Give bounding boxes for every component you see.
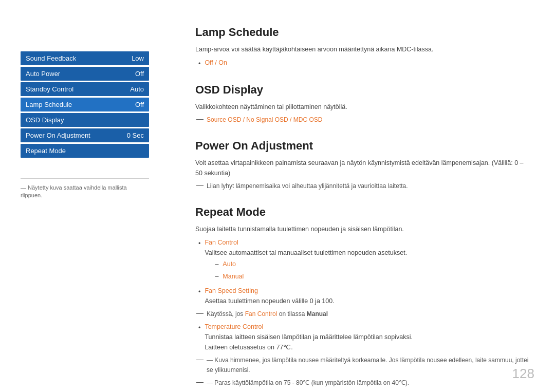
- menu-item-0[interactable]: Sound FeedbackLow: [21, 51, 149, 65]
- menu-item-label-0: Sound Feedback: [26, 54, 76, 62]
- fan-control-note: ― Käytössä, jos Fan Control on tilassa M…: [195, 309, 529, 319]
- menu-item-label-5: Power On Adjustment: [26, 132, 90, 139]
- osd-display-title: OSD Display: [195, 83, 529, 97]
- lamp-schedule-body: Lamp-arvoa voi säätää käyttäjäkohtaiseen…: [195, 44, 529, 69]
- menu-item-label-6: Repeat Mode: [26, 147, 66, 155]
- fan-control-manual: – Manual: [215, 271, 407, 282]
- menu-item-label-3: Lamp Schedule: [26, 101, 72, 108]
- manual-label: Manual: [223, 271, 244, 282]
- menu-item-value-0: Low: [132, 54, 144, 62]
- menu-item-2[interactable]: Standby ControlAuto: [21, 82, 149, 96]
- bottom-note-2: ― ― Paras käyttölämpötila on 75 - 80℃ (k…: [195, 378, 529, 388]
- fan-control-item: • Fan Control Valitsee automaattiset tai…: [195, 237, 529, 284]
- main-content: Lamp Schedule Lamp-arvoa voi säätää käyt…: [164, 0, 555, 392]
- section-power-on-adjustment: Power On Adjustment Voit asettaa virtapa…: [195, 139, 529, 191]
- power-on-title: Power On Adjustment: [195, 139, 529, 153]
- section-osd-display: OSD Display Valikkokohteen näyttäminen t…: [195, 83, 529, 125]
- osd-display-sources: Source OSD / No Signal OSD / MDC OSD: [207, 115, 322, 125]
- lamp-schedule-bullet: • Off / On: [195, 58, 529, 69]
- menu-item-5[interactable]: Power On Adjustment0 Sec: [21, 128, 149, 142]
- osd-display-body: Valikkokohteen näyttäminen tai piilottam…: [195, 102, 529, 125]
- temperature-control-item: • Temperature Control Tunnistaa laitteen…: [195, 322, 529, 352]
- menu-item-6[interactable]: Repeat Mode: [21, 144, 149, 158]
- menu-item-value-5: 0 Sec: [127, 132, 144, 139]
- fan-speed-item: • Fan Speed Setting Asettaa tuulettimen …: [195, 286, 529, 306]
- power-on-body: Voit asettaa virtapainikkeen painamista …: [195, 158, 529, 191]
- fan-speed-label: Fan Speed Setting: [205, 287, 258, 294]
- section-repeat-mode: Repeat Mode Suojaa laitetta tunnistamall…: [195, 206, 529, 388]
- menu-item-value-2: Auto: [130, 85, 144, 93]
- fan-control-auto: – Auto: [215, 259, 407, 269]
- fan-control-sublist: – Auto – Manual: [205, 259, 407, 282]
- menu-item-value-3: Off: [135, 101, 144, 108]
- section-lamp-schedule: Lamp Schedule Lamp-arvoa voi säätää käyt…: [195, 26, 529, 69]
- fan-control-inline: Fan Control: [245, 310, 278, 318]
- menu-item-3[interactable]: Lamp ScheduleOff: [21, 98, 149, 111]
- repeat-mode-body: Suojaa laitetta tunnistamalla tuulettime…: [195, 224, 529, 388]
- menu-list: Sound FeedbackLowAuto PowerOffStandby Co…: [21, 51, 149, 158]
- repeat-mode-title: Repeat Mode: [195, 206, 529, 219]
- sidebar-footnote: ― Näytetty kuva saattaa vaihdella mallis…: [21, 178, 149, 200]
- power-on-note: ― Liian lyhyt lämpenemisaika voi aiheutt…: [195, 181, 529, 191]
- page-number: 128: [512, 366, 534, 382]
- menu-item-1[interactable]: Auto PowerOff: [21, 67, 149, 81]
- temperature-control-label: Temperature Control: [205, 323, 263, 330]
- sidebar: Sound FeedbackLowAuto PowerOffStandby Co…: [0, 0, 164, 392]
- fan-control-label: Fan Control: [205, 239, 238, 246]
- menu-item-label-1: Auto Power: [26, 70, 60, 78]
- lamp-schedule-title: Lamp Schedule: [195, 26, 529, 39]
- menu-item-value-1: Off: [135, 70, 144, 78]
- auto-label: Auto: [223, 259, 236, 269]
- bottom-note-1: ― ― Kuva himmenee, jos lämpötila nousee …: [195, 356, 529, 375]
- menu-item-label-2: Standby Control: [26, 85, 73, 93]
- menu-item-4[interactable]: OSD Display: [21, 113, 149, 127]
- menu-item-label-4: OSD Display: [26, 116, 64, 124]
- lamp-schedule-link: Off / On: [205, 58, 227, 68]
- osd-display-note: ― Source OSD / No Signal OSD / MDC OSD: [195, 115, 529, 125]
